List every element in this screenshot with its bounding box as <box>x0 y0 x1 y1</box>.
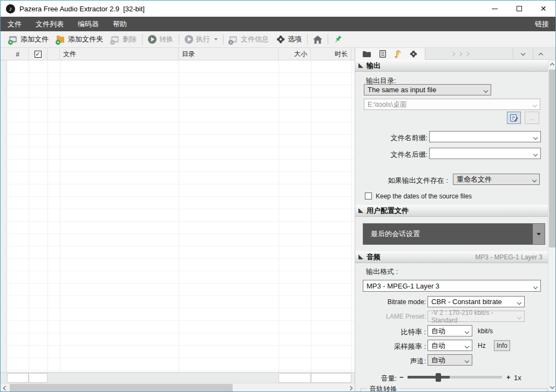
horizontal-scrollbar-thumb[interactable] <box>10 384 233 392</box>
collapse-triangle-icon <box>358 63 363 68</box>
file-info-icon: i <box>229 36 238 44</box>
options-label: 选项 <box>288 35 302 44</box>
minimize-icon <box>492 9 498 9</box>
tab-document-icon[interactable] <box>379 50 386 58</box>
column-header-dir[interactable]: 目录 <box>179 48 279 60</box>
run-play-icon <box>185 35 193 44</box>
column-line <box>279 60 279 372</box>
volume-slider-thumb[interactable] <box>436 373 441 382</box>
menu-encoder[interactable]: 编码器 <box>71 17 106 31</box>
suffix-label: 文件名后缀: <box>371 150 428 160</box>
bitrate-select[interactable]: 自动 <box>428 325 472 336</box>
sample-rate-select[interactable]: 自动 <box>428 340 472 351</box>
toolbar-separator <box>179 34 179 45</box>
table-body[interactable] <box>7 60 355 372</box>
home-icon <box>313 36 322 44</box>
add-files-label: 添加文件 <box>21 35 49 44</box>
summary-cell-duration <box>311 373 351 383</box>
column-header-check[interactable]: ✓ <box>29 48 48 60</box>
edit-path-button[interactable] <box>507 112 521 124</box>
suffix-combo[interactable] <box>429 148 541 159</box>
window-title: Pazera Free Audio Extractor 2.9 [32-bit] <box>19 5 145 13</box>
column-header-size[interactable]: 大小 <box>279 48 311 60</box>
profile-dropdown-button[interactable] <box>533 224 545 244</box>
sample-rate-unit: Hz <box>478 342 486 349</box>
pin-button[interactable] <box>330 33 346 46</box>
run-button[interactable]: 执行 <box>181 33 221 46</box>
add-files-button[interactable]: + 添加文件 <box>5 33 52 46</box>
summary-cell-check <box>29 373 48 383</box>
chevron-down-icon <box>465 356 469 364</box>
remove-label: 删除 <box>123 35 137 44</box>
chevron-down-icon <box>465 327 469 335</box>
options-button[interactable]: 选项 <box>273 33 306 46</box>
format-select[interactable]: MP3 - MPEG-1 Layer 3 <box>363 280 541 292</box>
tab-folder-icon[interactable] <box>363 51 371 57</box>
tab-settings-icon[interactable] <box>410 50 417 58</box>
menu-file-list[interactable]: 文件列表 <box>29 17 71 31</box>
prefix-combo[interactable] <box>429 131 541 142</box>
section-header-audio[interactable]: 音频 MP3 - MPEG-1 Layer 3 <box>355 251 548 263</box>
scroll-left-icon[interactable] <box>1 383 10 392</box>
add-folder-button[interactable]: + 添加文件夹 <box>52 33 107 46</box>
section-header-profiles[interactable]: 用户配置文件 <box>355 205 548 217</box>
close-button[interactable]: ✕ <box>531 1 555 17</box>
volume-label: 音量: <box>366 374 397 383</box>
menu-file[interactable]: 文件 <box>1 17 29 31</box>
section-header-output[interactable]: 输出 <box>355 60 548 72</box>
scroll-right-icon[interactable] <box>345 383 355 392</box>
column-header-index[interactable]: # <box>7 48 29 60</box>
column-header-file[interactable]: 文件 <box>60 48 179 60</box>
column-header-blank[interactable] <box>48 48 60 60</box>
maximize-button[interactable] <box>507 1 531 17</box>
menu-links[interactable]: 链接 <box>528 17 555 31</box>
maximize-icon <box>517 6 522 11</box>
horizontal-scrollbar[interactable] <box>1 383 355 392</box>
select-all-checkbox[interactable]: ✓ <box>35 51 42 58</box>
convert-button[interactable]: 转换 <box>144 33 177 46</box>
scroll-up-icon[interactable] <box>548 60 555 69</box>
menu-bar: 文件 文件列表 编码器 帮助 链接 <box>1 17 555 31</box>
panel-collapse-button[interactable] <box>513 48 532 60</box>
volume-plus-button[interactable]: + <box>506 373 511 381</box>
file-info-label: 文件信息 <box>241 35 269 44</box>
profile-select[interactable]: 最后的会话设置 <box>363 223 545 245</box>
chevron-down-icon <box>534 282 537 290</box>
panel-expand-button[interactable] <box>533 48 548 60</box>
output-dir-mode-select[interactable]: The same as input file <box>364 84 491 95</box>
collapse-triangle-icon <box>358 208 363 213</box>
table-header-row: # ✓ 文件 目录 大小 时长 <box>1 48 355 60</box>
edit-note-icon <box>510 114 518 122</box>
bitrate-mode-select[interactable]: CBR - Constant bitrate <box>428 296 525 307</box>
volume-minus-button[interactable]: − <box>399 373 404 381</box>
format-label: 输出格式 : <box>366 267 398 277</box>
remove-button[interactable]: − 删除 <box>107 33 140 46</box>
tab-audio-icon[interactable] <box>395 50 401 58</box>
toolbar-separator <box>223 34 223 45</box>
if-exists-select[interactable]: 重命名文件 <box>453 174 540 185</box>
bitrate-unit: kbit/s <box>478 327 493 335</box>
column-line <box>60 60 60 372</box>
overflow-chevrons-icon[interactable] <box>451 48 469 60</box>
keep-dates-checkbox[interactable] <box>365 192 372 200</box>
run-dropdown-icon[interactable] <box>214 38 218 40</box>
add-folder-label: 添加文件夹 <box>68 35 103 44</box>
vertical-scrollbar-thumb[interactable] <box>549 70 555 247</box>
app-logo-icon: ♪ <box>6 4 15 13</box>
column-header-duration[interactable]: 时长 <box>311 48 351 60</box>
summary-cell-index <box>7 373 29 383</box>
channels-select[interactable]: 自动 <box>428 354 472 366</box>
lame-preset-select[interactable]: -V 2 : 170-210 kbit/s - Standard <box>428 311 525 322</box>
chevron-down-icon <box>518 298 521 306</box>
minimize-button[interactable] <box>483 1 507 17</box>
output-dir-path-combo[interactable]: E:\tools\桌面 <box>364 99 540 110</box>
scroll-down-icon[interactable] <box>548 383 555 392</box>
vertical-scrollbar[interactable] <box>548 60 555 392</box>
menu-help[interactable]: 帮助 <box>106 17 134 31</box>
file-info-button[interactable]: i 文件信息 <box>225 33 273 46</box>
table-summary-row <box>1 372 355 383</box>
browse-button[interactable]: ... <box>525 112 539 124</box>
home-button[interactable] <box>309 33 326 46</box>
bitrate-label: 比特率 : <box>366 327 426 337</box>
info-button[interactable]: Info <box>494 340 510 351</box>
